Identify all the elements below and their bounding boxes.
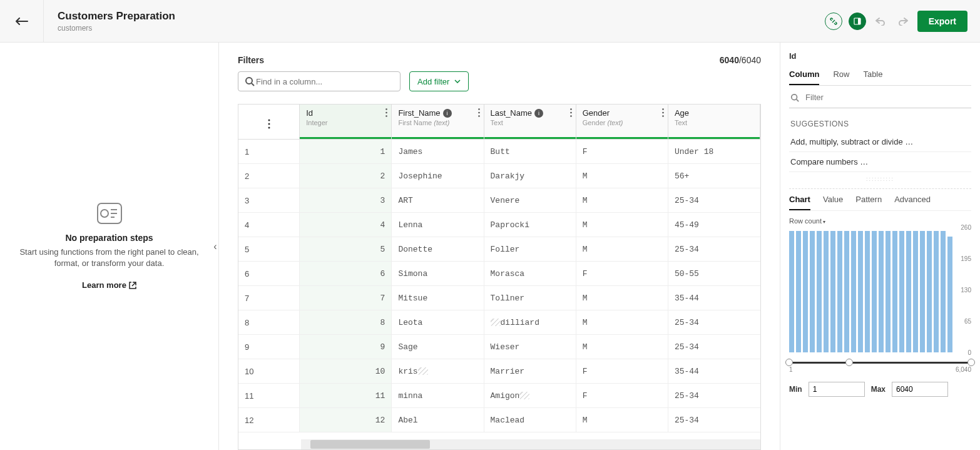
chart-bar[interactable] [906,231,911,352]
slider-min-handle[interactable] [785,359,793,366]
detail-tab-pattern[interactable]: Pattern [855,195,882,210]
chart-bar[interactable] [858,231,863,352]
column-menu-icon[interactable] [662,108,664,117]
range-slider[interactable]: 1 6,040 [789,362,971,373]
scope-tab-row[interactable]: Row [833,69,849,85]
chart-bar[interactable] [810,231,815,352]
add-filter-button[interactable]: Add filter [409,71,469,91]
chart-bar[interactable] [872,231,877,352]
panel-drag-handle[interactable]: :::::::::: [789,176,971,182]
scope-tab-column[interactable]: Column [789,69,819,85]
table-row[interactable]: 55DonetteFollerM25-34 [238,237,760,262]
chart-bar[interactable] [837,231,842,352]
table-row[interactable]: 88LeotadilliardM25-34 [238,310,760,335]
table-cell: 4 [238,213,300,237]
chart-bar[interactable] [789,231,794,352]
export-button[interactable]: Export [917,11,967,32]
undo-icon [872,17,889,26]
min-label: Min [789,385,802,394]
chart-bar[interactable] [913,231,918,352]
column-menu-icon[interactable] [478,108,480,117]
table-cell: F [576,359,668,383]
detail-tab-chart[interactable]: Chart [789,195,810,210]
chart-bar[interactable] [920,231,925,352]
chart-bar[interactable] [899,231,904,352]
search-icon [790,93,799,102]
column-menu-icon[interactable] [385,108,387,117]
table-row[interactable]: 33ARTVenereM25-34 [238,188,760,213]
suggestion-item[interactable]: Compare numbers … [789,152,971,172]
chart-bar[interactable] [947,237,952,352]
table-cell: 25-34 [668,237,760,261]
column-header-last_name[interactable]: Last_Name iText [484,105,576,139]
table-row[interactable]: 1111minnaAmigonF25-34 [238,384,760,408]
detail-tab-advanced[interactable]: Advanced [894,195,931,210]
table-row[interactable]: 22JosephineDarakjyM56+ [238,164,760,188]
detail-tab-value[interactable]: Value [823,195,843,210]
table-row[interactable]: 44LennaPaprockiM45-49 [238,213,760,237]
learn-more-link[interactable]: Learn more [82,280,136,290]
column-header-gender[interactable]: Gender Gender (text) [576,105,668,139]
chart-bar[interactable] [865,231,870,352]
table-cell: 35-44 [668,286,760,310]
max-input[interactable] [892,382,948,397]
table-cell: 25-34 [668,335,760,359]
chart-bar[interactable] [803,231,808,352]
chart-bar[interactable] [886,231,891,352]
column-search-input[interactable] [255,76,394,87]
column-header-first_name[interactable]: First_Name iFirst Name (text) [392,105,484,139]
table-row[interactable]: 11JamesButtFUnder 18 [238,140,760,164]
table-row[interactable]: 99SageWieserM25-34 [238,335,760,359]
table-cell: M [576,237,668,261]
table-cell: Abel [392,408,484,432]
svg-rect-1 [858,18,860,24]
table-cell: Venere [484,188,576,212]
table-row[interactable]: 1212AbelMacleadM25-34 [238,408,760,432]
table-cell: 5 [238,237,300,261]
column-search-box[interactable] [238,71,401,91]
svg-point-8 [268,119,270,121]
table-cell: M [576,408,668,432]
chart-bar[interactable] [817,231,822,352]
chart-bar[interactable] [851,231,856,352]
function-filter-box[interactable] [789,87,971,108]
chart-bar[interactable] [927,231,932,352]
table-row[interactable]: 1010krisMarrierF35-44 [238,359,760,384]
back-button[interactable] [0,0,44,43]
link-icon[interactable] [825,13,842,30]
table-cell: M [576,164,668,188]
row-count-menu[interactable]: Row count [789,217,971,225]
slider-tick-handle[interactable] [845,359,853,366]
table-cell: Leota [392,310,484,334]
preparation-steps-panel: No preparation steps Start using functio… [0,43,219,450]
chart-bar[interactable] [796,231,801,352]
chart-bar[interactable] [879,231,884,352]
column-menu-icon[interactable] [570,108,572,117]
panel-toggle-icon[interactable] [849,13,866,30]
chart-bar[interactable] [892,231,897,352]
scope-tab-table[interactable]: Table [863,69,882,85]
horizontal-scrollbar[interactable] [301,439,760,449]
chart-bar[interactable] [844,231,849,352]
table-cell: Simona [392,262,484,285]
min-input[interactable] [809,382,865,397]
table-row[interactable]: 77MitsueTollnerM35-44 [238,286,760,310]
scope-tabs: ColumnRowTable [789,69,971,86]
grid-scroll-area[interactable]: 11JamesButtFUnder 1822JosephineDarakjyM5… [238,140,760,439]
chart-bar[interactable] [941,231,946,352]
table-cell: M [576,286,668,310]
column-header-id[interactable]: Id Integer [300,105,392,139]
chart-bar[interactable] [934,231,939,352]
chart-bar[interactable] [824,231,829,352]
table-cell: M [576,188,668,212]
suggestion-item[interactable]: Add, multiply, subtract or divide … [789,132,971,152]
y-axis-tick: 130 [955,287,971,294]
table-row[interactable]: 66SimonaMorascaF50-55 [238,262,760,286]
column-header-age[interactable]: Age Text [668,105,760,139]
row-header-menu[interactable] [238,105,300,139]
svg-rect-4 [111,209,117,210]
chart-bar[interactable] [830,231,835,352]
collapse-left-panel-button[interactable]: ‹ [212,234,219,259]
slider-max-handle[interactable] [967,359,975,366]
function-filter-input[interactable] [804,92,970,103]
